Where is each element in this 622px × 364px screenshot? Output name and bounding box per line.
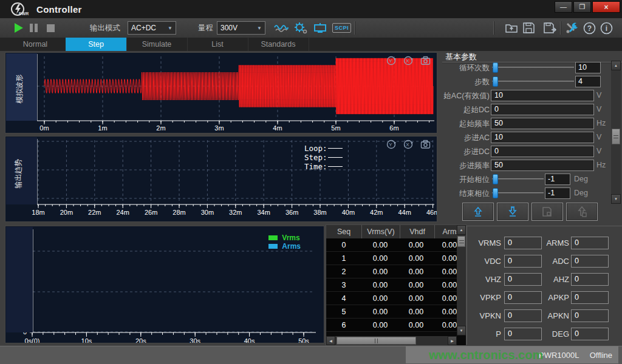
param-slider[interactable] bbox=[492, 76, 574, 87]
snapshot-camera-icon[interactable] bbox=[420, 56, 431, 67]
output-mode-select[interactable]: AC+DC ▼ bbox=[128, 21, 176, 35]
measurement-value-vdc[interactable]: 0 bbox=[504, 255, 542, 268]
export-params-button[interactable] bbox=[566, 203, 598, 221]
measure-x-tick-label: 10s bbox=[81, 337, 92, 343]
param-slider[interactable] bbox=[492, 62, 574, 73]
remote-display-icon[interactable] bbox=[313, 22, 327, 33]
param-row-8: 开始相位-1Deg bbox=[442, 172, 610, 186]
info-icon[interactable]: i bbox=[600, 22, 613, 35]
open-file-icon[interactable] bbox=[505, 22, 518, 33]
table-vscrollbar[interactable]: ▲ ▼ bbox=[457, 225, 466, 335]
x-rescale-icon[interactable]: X bbox=[403, 140, 414, 151]
param-value-box[interactable]: 10 bbox=[575, 62, 601, 73]
param-value-box[interactable]: -1 bbox=[545, 187, 570, 199]
window-title: Controller bbox=[36, 4, 82, 15]
table-header-vrmsv[interactable]: Vrms(V) bbox=[361, 225, 400, 238]
wave-x-tick-label: 0m bbox=[39, 124, 49, 132]
param-row-1: 步数4 bbox=[442, 75, 610, 89]
params-scroll-handle[interactable] bbox=[612, 129, 620, 144]
scroll-up-icon[interactable]: ▲ bbox=[457, 225, 466, 235]
measurement-value-vpkn[interactable]: 0 bbox=[504, 309, 542, 322]
measurement-value-ahz[interactable]: 0 bbox=[571, 273, 609, 286]
param-input[interactable]: 50 bbox=[491, 160, 594, 171]
table-row[interactable]: 00.000.000.00 bbox=[326, 238, 466, 252]
table-header-seq[interactable]: Seq bbox=[326, 225, 361, 238]
y-rescale-icon[interactable]: Y bbox=[386, 140, 397, 151]
scroll-left-icon[interactable]: ◀ bbox=[326, 336, 335, 345]
measurement-value-p[interactable]: 0 bbox=[504, 328, 542, 340]
scroll-right-icon[interactable]: ▶ bbox=[448, 336, 457, 345]
table-cell: 0.00 bbox=[399, 278, 433, 291]
measurement-value-adc[interactable]: 0 bbox=[571, 255, 609, 268]
param-value-box[interactable]: -1 bbox=[545, 174, 570, 185]
trend-x-tick-label: 40m bbox=[342, 209, 355, 216]
settings-gear-icon[interactable] bbox=[294, 22, 308, 34]
param-input[interactable]: 0 bbox=[491, 104, 594, 115]
slider-handle[interactable] bbox=[493, 76, 498, 87]
table-row[interactable]: 20.000.000.00 bbox=[326, 265, 466, 278]
stop-button[interactable] bbox=[46, 24, 55, 33]
param-row-4: 起始频率50Hz bbox=[442, 116, 610, 130]
tab-normal[interactable]: Normal bbox=[5, 38, 66, 51]
slider-handle[interactable] bbox=[493, 188, 498, 198]
param-slider[interactable] bbox=[492, 174, 544, 184]
param-value-box[interactable]: 4 bbox=[575, 76, 601, 87]
param-input[interactable]: 0 bbox=[491, 146, 594, 157]
tab-standards[interactable]: Standards bbox=[248, 38, 309, 51]
measurement-row: VDC0ADC0 bbox=[467, 255, 622, 273]
pause-button[interactable] bbox=[29, 23, 38, 33]
table-row[interactable]: 30.000.000.00 bbox=[326, 278, 466, 292]
table-row[interactable]: 40.000.000.00 bbox=[326, 292, 466, 305]
param-input[interactable]: 10 bbox=[491, 132, 594, 143]
measurement-label-arms: ARMS bbox=[542, 238, 569, 248]
save-params-button[interactable] bbox=[531, 203, 563, 221]
waveform-view-icon[interactable] bbox=[274, 22, 289, 33]
measurement-value-vrms[interactable]: 0 bbox=[504, 237, 542, 249]
measurement-value-vhz[interactable]: 0 bbox=[504, 273, 542, 286]
measurement-value-apkp[interactable]: 0 bbox=[571, 291, 609, 304]
table-row[interactable]: 50.000.000.00 bbox=[326, 305, 466, 318]
table-header-vhdf[interactable]: Vhdf bbox=[400, 225, 434, 238]
save-as-icon[interactable] bbox=[544, 22, 557, 33]
measurement-value-apkn[interactable]: 0 bbox=[571, 309, 609, 322]
scpi-button[interactable]: SCPI bbox=[332, 23, 351, 33]
param-input[interactable]: 50 bbox=[491, 118, 594, 129]
measure-x-tick-label: 30s bbox=[190, 337, 200, 343]
waveform-plot[interactable]: 0m1m2m3m4m5m6m0V bbox=[5, 53, 437, 133]
upload-params-button[interactable] bbox=[462, 203, 494, 221]
measurement-value-deg[interactable]: 0 bbox=[571, 328, 609, 340]
x-rescale-icon[interactable]: X bbox=[403, 56, 414, 67]
table-row[interactable]: 10.000.000.00 bbox=[326, 252, 466, 265]
scroll-down-icon[interactable]: ▼ bbox=[457, 326, 466, 335]
tab-step[interactable]: Step bbox=[66, 38, 127, 51]
scroll-down-icon[interactable]: ▼ bbox=[611, 194, 621, 204]
param-input[interactable]: 10 bbox=[491, 90, 594, 101]
table-row[interactable]: 60.000.000.00 bbox=[326, 318, 466, 332]
measurement-value-arms[interactable]: 0 bbox=[571, 237, 609, 249]
param-row-9: 结束相位-1Deg bbox=[442, 186, 610, 200]
table-hscroll-handle[interactable] bbox=[337, 337, 416, 345]
maximize-button[interactable]: ❐ bbox=[573, 1, 591, 13]
tab-list[interactable]: List bbox=[187, 38, 248, 51]
close-button[interactable]: × bbox=[592, 1, 620, 13]
download-params-button[interactable] bbox=[497, 203, 528, 221]
table-vscroll-handle[interactable] bbox=[457, 236, 465, 247]
params-scrollbar[interactable]: ▲ ▼ bbox=[611, 61, 621, 204]
toolbar-divider bbox=[493, 21, 494, 35]
scroll-up-icon[interactable]: ▲ bbox=[611, 61, 621, 70]
run-button[interactable] bbox=[13, 22, 24, 33]
tab-simulate[interactable]: Simulate bbox=[126, 38, 188, 51]
slider-handle[interactable] bbox=[493, 174, 498, 184]
y-rescale-icon[interactable]: Y bbox=[386, 56, 397, 67]
tools-wrench-icon[interactable] bbox=[565, 22, 579, 34]
measurement-value-vpkp[interactable]: 0 bbox=[504, 291, 542, 304]
range-select[interactable]: 300V ▼ bbox=[217, 21, 265, 35]
param-slider[interactable] bbox=[492, 188, 544, 198]
table-hscrollbar[interactable]: ◀ ▶ bbox=[326, 336, 457, 345]
help-icon[interactable]: ? bbox=[583, 22, 596, 35]
trend-plot[interactable]: 0V-10V18m20m22m24m26m28m30m32m34m36m38m4… bbox=[5, 136, 437, 221]
save-icon[interactable] bbox=[523, 22, 535, 33]
minimize-button[interactable]: — bbox=[555, 1, 572, 13]
slider-handle[interactable] bbox=[493, 62, 498, 73]
snapshot-camera-icon[interactable] bbox=[420, 140, 431, 151]
